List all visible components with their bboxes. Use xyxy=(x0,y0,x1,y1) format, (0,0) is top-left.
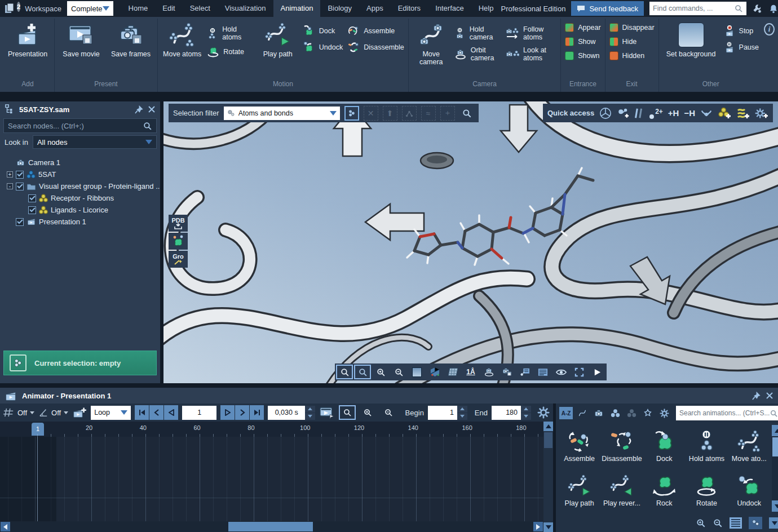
tree-item[interactable]: +5SAT xyxy=(7,169,158,180)
zoom-out-button[interactable] xyxy=(390,365,407,379)
orbit-camera-button[interactable]: Orbit camera xyxy=(454,46,501,62)
rotate-button[interactable]: Rotate xyxy=(207,46,253,57)
tools-icon[interactable] xyxy=(752,3,763,14)
visibility-button[interactable] xyxy=(552,365,569,379)
info-button[interactable]: i xyxy=(764,23,775,36)
scroll-up-button[interactable] xyxy=(543,422,553,431)
zoom-select-button[interactable] xyxy=(336,365,353,379)
list-view-button[interactable] xyxy=(730,517,742,529)
gro-wizard-button[interactable]: Gro xyxy=(169,251,188,268)
filter-groups-button[interactable] xyxy=(625,407,638,419)
pdb-download-button[interactable]: PDB xyxy=(169,215,188,232)
preset-disassemble[interactable]: Disassemble xyxy=(600,424,643,468)
scroll-left-button[interactable] xyxy=(1,522,10,531)
add-simulator-icon[interactable] xyxy=(755,107,768,119)
timeline-settings-button[interactable] xyxy=(537,406,550,419)
angle-snap-dropdown[interactable]: Off xyxy=(38,408,68,417)
undock-button[interactable]: Undock xyxy=(303,42,343,53)
set-background-button[interactable]: Set background xyxy=(663,19,719,58)
pin-icon[interactable] xyxy=(752,392,761,400)
pause-button[interactable]: Pause xyxy=(724,42,759,53)
dock-button[interactable]: Dock xyxy=(303,25,343,37)
bond-icon[interactable] xyxy=(634,108,643,119)
look-at-atoms-button[interactable]: Look at atoms xyxy=(506,46,556,62)
preset-play-reverse[interactable]: Play rever... xyxy=(600,468,643,513)
save-movie-button[interactable]: Save movie xyxy=(59,19,104,58)
hide-button[interactable]: Hide xyxy=(609,37,655,46)
preset-rock[interactable]: Rock xyxy=(643,468,686,513)
tree-item[interactable]: Presentation 1 xyxy=(7,216,158,228)
notification-badge[interactable]: 2 xyxy=(17,2,20,12)
skip-to-start-button[interactable] xyxy=(135,405,149,420)
tree-checkbox[interactable] xyxy=(16,183,24,190)
assemble-quick-button[interactable] xyxy=(169,233,188,250)
appear-button[interactable]: Appear xyxy=(565,23,600,32)
timeline-zoom-out-button[interactable] xyxy=(380,405,396,420)
tree-checkbox[interactable] xyxy=(28,194,36,202)
panel-scroll-down-button[interactable] xyxy=(769,517,778,529)
send-feedback-button[interactable]: Send feedback xyxy=(571,1,644,16)
timeline-vscrollbar[interactable] xyxy=(543,422,553,532)
loop-mode-select[interactable]: Loop xyxy=(91,406,131,420)
follow-atoms-button[interactable]: Follow atoms xyxy=(506,25,556,41)
menu-edit[interactable]: Edit xyxy=(155,0,182,17)
disassemble-button[interactable]: Disassemble xyxy=(347,42,404,53)
twister-icon[interactable] xyxy=(599,107,612,119)
save-view-button[interactable] xyxy=(498,365,515,379)
play-presentation-button[interactable] xyxy=(589,365,605,379)
play-path-button[interactable]: Play path xyxy=(258,19,298,58)
sort-az-button[interactable]: A-Z xyxy=(559,407,573,419)
select-similar-button[interactable]: ≈ xyxy=(421,106,436,121)
add-animation-button[interactable] xyxy=(72,406,87,419)
orbit-view-button[interactable] xyxy=(480,365,497,379)
playhead[interactable] xyxy=(37,437,38,521)
stop-button[interactable]: Stop xyxy=(724,25,759,37)
scroll-right-button[interactable] xyxy=(533,522,543,531)
fast-forward-button[interactable] xyxy=(235,405,249,420)
pin-icon[interactable] xyxy=(135,105,143,114)
selection-status-bar[interactable]: Current selection: empty xyxy=(3,351,157,375)
menu-help[interactable]: Help xyxy=(471,0,501,17)
icon-view-button[interactable] xyxy=(749,517,762,529)
close-icon[interactable] xyxy=(148,105,156,113)
zoom-out-button[interactable] xyxy=(713,518,723,528)
fast-backward-button[interactable] xyxy=(149,405,163,420)
preset-hold-atoms[interactable]: Hold atoms xyxy=(686,424,728,468)
preset-undock[interactable]: Undock xyxy=(728,468,770,513)
box-select-button[interactable] xyxy=(344,106,359,121)
menu-apps[interactable]: Apps xyxy=(359,0,391,17)
menu-animation[interactable]: Animation xyxy=(273,0,321,17)
preset-play-path[interactable]: Play path xyxy=(558,468,600,513)
fullscreen-button[interactable] xyxy=(571,365,587,379)
search-animations-input[interactable]: Search animations... (Ctrl+S... xyxy=(676,406,778,420)
viewport-3d[interactable]: Selection filter Atoms and bonds ✕ ⬆ ≈ ＋… xyxy=(163,101,778,383)
frame-time-spinner[interactable]: 0,030 s xyxy=(268,406,315,420)
step-forward-button[interactable] xyxy=(220,405,235,420)
timeline-zoom-in-button[interactable] xyxy=(360,405,376,420)
zoom-region-button[interactable] xyxy=(354,365,371,379)
filter-effects-button[interactable] xyxy=(641,407,655,419)
end-frame-spinner[interactable]: 180 xyxy=(492,406,531,420)
move-camera-button[interactable]: Move camera xyxy=(413,19,450,66)
save-frames-button[interactable]: Save frames xyxy=(108,19,153,58)
filter-atoms-button[interactable] xyxy=(608,407,622,419)
presentation-button[interactable]: Presentation xyxy=(5,19,50,58)
look-in-select[interactable]: All nodes xyxy=(33,135,157,149)
filter-camera-button[interactable] xyxy=(592,407,605,419)
scroll-thumb[interactable] xyxy=(772,437,778,456)
expand-selection-button[interactable]: ⬆ xyxy=(383,106,397,121)
add-visual-preset-icon[interactable] xyxy=(736,107,750,119)
orientation-cube-button[interactable] xyxy=(426,365,443,379)
workspace-select[interactable]: Complete xyxy=(67,1,113,16)
scroll-down-button[interactable] xyxy=(772,500,778,512)
add-molecule-icon[interactable] xyxy=(718,107,731,119)
tree-expander[interactable]: + xyxy=(7,171,13,178)
add-to-selection-button[interactable]: ＋ xyxy=(440,106,455,121)
menu-home[interactable]: Home xyxy=(121,0,156,17)
hold-camera-button[interactable]: Hold camera xyxy=(454,25,501,41)
menu-editors[interactable]: Editors xyxy=(391,0,428,17)
deselect-button[interactable]: ✕ xyxy=(364,106,378,121)
spinner-arrows[interactable] xyxy=(457,406,467,420)
scale-1angstrom-button[interactable]: 1Å xyxy=(462,365,479,379)
document-copy-icon[interactable] xyxy=(5,3,15,14)
